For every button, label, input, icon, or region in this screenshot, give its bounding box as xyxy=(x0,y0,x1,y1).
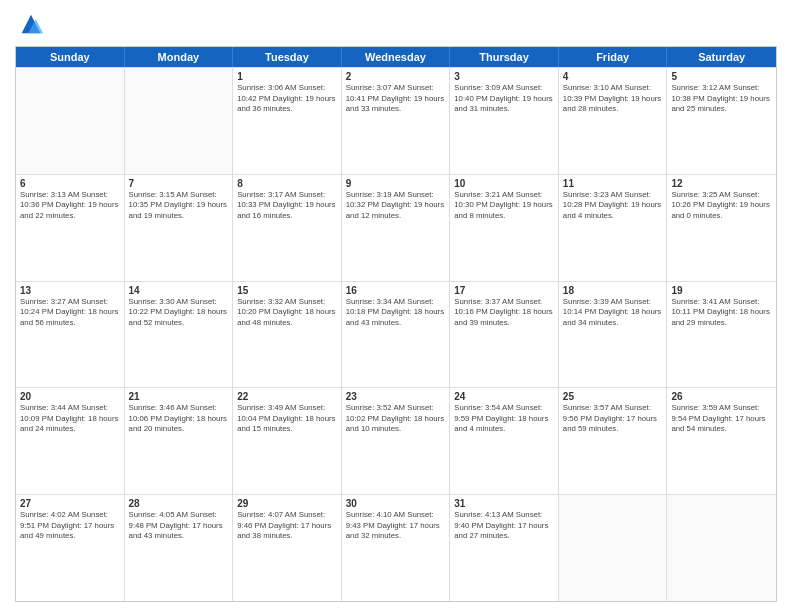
day-number: 1 xyxy=(237,71,337,82)
day-info: Sunrise: 3:07 AM Sunset: 10:41 PM Daylig… xyxy=(346,83,446,115)
calendar-header: SundayMondayTuesdayWednesdayThursdayFrid… xyxy=(16,47,776,67)
day-number: 27 xyxy=(20,498,120,509)
calendar-week-2: 6Sunrise: 3:13 AM Sunset: 10:36 PM Dayli… xyxy=(16,174,776,281)
calendar-day-31: 31Sunrise: 4:13 AM Sunset: 9:40 PM Dayli… xyxy=(450,495,559,601)
calendar-week-1: 1Sunrise: 3:06 AM Sunset: 10:42 PM Dayli… xyxy=(16,67,776,174)
calendar-day-2: 2Sunrise: 3:07 AM Sunset: 10:41 PM Dayli… xyxy=(342,68,451,174)
day-number: 12 xyxy=(671,178,772,189)
day-number: 21 xyxy=(129,391,229,402)
day-number: 3 xyxy=(454,71,554,82)
day-info: Sunrise: 4:02 AM Sunset: 9:51 PM Dayligh… xyxy=(20,510,120,542)
calendar-day-10: 10Sunrise: 3:21 AM Sunset: 10:30 PM Dayl… xyxy=(450,175,559,281)
day-number: 15 xyxy=(237,285,337,296)
calendar-day-9: 9Sunrise: 3:19 AM Sunset: 10:32 PM Dayli… xyxy=(342,175,451,281)
calendar-day-27: 27Sunrise: 4:02 AM Sunset: 9:51 PM Dayli… xyxy=(16,495,125,601)
calendar-day-17: 17Sunrise: 3:37 AM Sunset: 10:16 PM Dayl… xyxy=(450,282,559,388)
day-info: Sunrise: 3:13 AM Sunset: 10:36 PM Daylig… xyxy=(20,190,120,222)
calendar-body: 1Sunrise: 3:06 AM Sunset: 10:42 PM Dayli… xyxy=(16,67,776,601)
day-number: 17 xyxy=(454,285,554,296)
day-number: 13 xyxy=(20,285,120,296)
calendar-day-20: 20Sunrise: 3:44 AM Sunset: 10:09 PM Dayl… xyxy=(16,388,125,494)
calendar-day-5: 5Sunrise: 3:12 AM Sunset: 10:38 PM Dayli… xyxy=(667,68,776,174)
day-info: Sunrise: 3:52 AM Sunset: 10:02 PM Daylig… xyxy=(346,403,446,435)
day-info: Sunrise: 3:34 AM Sunset: 10:18 PM Daylig… xyxy=(346,297,446,329)
calendar-day-4: 4Sunrise: 3:10 AM Sunset: 10:39 PM Dayli… xyxy=(559,68,668,174)
day-number: 26 xyxy=(671,391,772,402)
calendar-day-empty xyxy=(16,68,125,174)
calendar-week-4: 20Sunrise: 3:44 AM Sunset: 10:09 PM Dayl… xyxy=(16,387,776,494)
day-info: Sunrise: 3:44 AM Sunset: 10:09 PM Daylig… xyxy=(20,403,120,435)
day-number: 23 xyxy=(346,391,446,402)
calendar-day-18: 18Sunrise: 3:39 AM Sunset: 10:14 PM Dayl… xyxy=(559,282,668,388)
day-info: Sunrise: 3:21 AM Sunset: 10:30 PM Daylig… xyxy=(454,190,554,222)
calendar-day-7: 7Sunrise: 3:15 AM Sunset: 10:35 PM Dayli… xyxy=(125,175,234,281)
calendar-day-22: 22Sunrise: 3:49 AM Sunset: 10:04 PM Dayl… xyxy=(233,388,342,494)
calendar-day-14: 14Sunrise: 3:30 AM Sunset: 10:22 PM Dayl… xyxy=(125,282,234,388)
day-number: 7 xyxy=(129,178,229,189)
day-number: 31 xyxy=(454,498,554,509)
calendar-day-30: 30Sunrise: 4:10 AM Sunset: 9:43 PM Dayli… xyxy=(342,495,451,601)
day-number: 6 xyxy=(20,178,120,189)
page-header xyxy=(15,10,777,38)
logo-icon xyxy=(17,10,45,38)
calendar-day-empty xyxy=(559,495,668,601)
day-number: 2 xyxy=(346,71,446,82)
day-info: Sunrise: 3:06 AM Sunset: 10:42 PM Daylig… xyxy=(237,83,337,115)
calendar-day-8: 8Sunrise: 3:17 AM Sunset: 10:33 PM Dayli… xyxy=(233,175,342,281)
day-header-tuesday: Tuesday xyxy=(233,47,342,67)
day-info: Sunrise: 4:05 AM Sunset: 9:48 PM Dayligh… xyxy=(129,510,229,542)
day-info: Sunrise: 3:57 AM Sunset: 9:56 PM Dayligh… xyxy=(563,403,663,435)
day-info: Sunrise: 3:41 AM Sunset: 10:11 PM Daylig… xyxy=(671,297,772,329)
day-number: 5 xyxy=(671,71,772,82)
day-info: Sunrise: 3:30 AM Sunset: 10:22 PM Daylig… xyxy=(129,297,229,329)
day-number: 14 xyxy=(129,285,229,296)
day-info: Sunrise: 3:25 AM Sunset: 10:26 PM Daylig… xyxy=(671,190,772,222)
day-header-thursday: Thursday xyxy=(450,47,559,67)
calendar-day-6: 6Sunrise: 3:13 AM Sunset: 10:36 PM Dayli… xyxy=(16,175,125,281)
calendar-day-29: 29Sunrise: 4:07 AM Sunset: 9:46 PM Dayli… xyxy=(233,495,342,601)
calendar-day-12: 12Sunrise: 3:25 AM Sunset: 10:26 PM Dayl… xyxy=(667,175,776,281)
calendar-day-16: 16Sunrise: 3:34 AM Sunset: 10:18 PM Dayl… xyxy=(342,282,451,388)
calendar-day-25: 25Sunrise: 3:57 AM Sunset: 9:56 PM Dayli… xyxy=(559,388,668,494)
day-number: 9 xyxy=(346,178,446,189)
calendar: SundayMondayTuesdayWednesdayThursdayFrid… xyxy=(15,46,777,602)
day-number: 19 xyxy=(671,285,772,296)
calendar-day-19: 19Sunrise: 3:41 AM Sunset: 10:11 PM Dayl… xyxy=(667,282,776,388)
day-info: Sunrise: 4:10 AM Sunset: 9:43 PM Dayligh… xyxy=(346,510,446,542)
day-header-saturday: Saturday xyxy=(667,47,776,67)
calendar-day-15: 15Sunrise: 3:32 AM Sunset: 10:20 PM Dayl… xyxy=(233,282,342,388)
calendar-day-21: 21Sunrise: 3:46 AM Sunset: 10:06 PM Dayl… xyxy=(125,388,234,494)
day-number: 28 xyxy=(129,498,229,509)
day-info: Sunrise: 3:17 AM Sunset: 10:33 PM Daylig… xyxy=(237,190,337,222)
day-number: 16 xyxy=(346,285,446,296)
calendar-day-26: 26Sunrise: 3:59 AM Sunset: 9:54 PM Dayli… xyxy=(667,388,776,494)
calendar-day-11: 11Sunrise: 3:23 AM Sunset: 10:28 PM Dayl… xyxy=(559,175,668,281)
day-info: Sunrise: 3:49 AM Sunset: 10:04 PM Daylig… xyxy=(237,403,337,435)
day-info: Sunrise: 3:12 AM Sunset: 10:38 PM Daylig… xyxy=(671,83,772,115)
day-info: Sunrise: 4:07 AM Sunset: 9:46 PM Dayligh… xyxy=(237,510,337,542)
logo xyxy=(15,10,45,38)
day-number: 29 xyxy=(237,498,337,509)
calendar-day-13: 13Sunrise: 3:27 AM Sunset: 10:24 PM Dayl… xyxy=(16,282,125,388)
day-info: Sunrise: 3:32 AM Sunset: 10:20 PM Daylig… xyxy=(237,297,337,329)
calendar-day-empty xyxy=(125,68,234,174)
day-info: Sunrise: 3:39 AM Sunset: 10:14 PM Daylig… xyxy=(563,297,663,329)
calendar-day-28: 28Sunrise: 4:05 AM Sunset: 9:48 PM Dayli… xyxy=(125,495,234,601)
day-header-sunday: Sunday xyxy=(16,47,125,67)
day-number: 8 xyxy=(237,178,337,189)
day-number: 10 xyxy=(454,178,554,189)
day-header-friday: Friday xyxy=(559,47,668,67)
calendar-day-3: 3Sunrise: 3:09 AM Sunset: 10:40 PM Dayli… xyxy=(450,68,559,174)
day-number: 18 xyxy=(563,285,663,296)
day-info: Sunrise: 3:09 AM Sunset: 10:40 PM Daylig… xyxy=(454,83,554,115)
day-info: Sunrise: 3:46 AM Sunset: 10:06 PM Daylig… xyxy=(129,403,229,435)
day-info: Sunrise: 3:23 AM Sunset: 10:28 PM Daylig… xyxy=(563,190,663,222)
day-info: Sunrise: 3:19 AM Sunset: 10:32 PM Daylig… xyxy=(346,190,446,222)
day-number: 22 xyxy=(237,391,337,402)
calendar-week-3: 13Sunrise: 3:27 AM Sunset: 10:24 PM Dayl… xyxy=(16,281,776,388)
day-header-wednesday: Wednesday xyxy=(342,47,451,67)
calendar-day-1: 1Sunrise: 3:06 AM Sunset: 10:42 PM Dayli… xyxy=(233,68,342,174)
day-number: 30 xyxy=(346,498,446,509)
day-info: Sunrise: 3:54 AM Sunset: 9:59 PM Dayligh… xyxy=(454,403,554,435)
day-info: Sunrise: 3:10 AM Sunset: 10:39 PM Daylig… xyxy=(563,83,663,115)
